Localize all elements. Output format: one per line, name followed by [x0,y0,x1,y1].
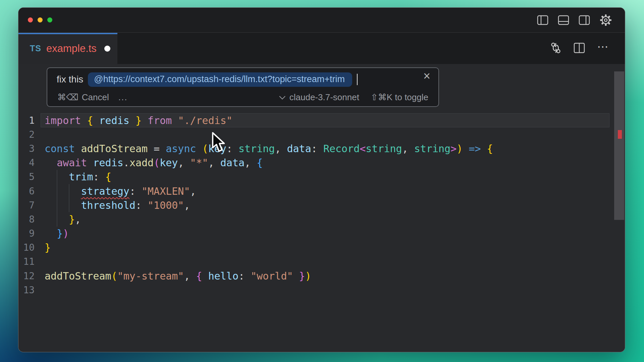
line-number: 4 [18,157,35,168]
code-line-text: }) [45,228,69,239]
chevron-down-icon [279,93,285,99]
code-line[interactable]: 7 threshold: "1000", [18,198,625,212]
code-line-text: const addToStream = async (key: string, … [45,143,493,155]
text-caret [357,74,358,85]
line-number: 7 [18,200,35,211]
toggle-right-sidebar-icon[interactable] [579,15,590,25]
traffic-lights [28,17,52,22]
unsaved-changes-dot-icon[interactable] [104,46,110,52]
code-line[interactable]: 4 await redis.xadd(key, "*", data, { [18,156,625,170]
inline-chat-input[interactable]: fix this @https://context7.com/upstash-r… [47,68,438,89]
prompt-text: fix this [57,74,83,85]
line-number: 12 [18,270,35,282]
code-line[interactable]: 11 [18,255,625,269]
titlebar [18,8,625,33]
toggle-left-sidebar-icon[interactable] [537,15,548,25]
toggle-bottom-panel-icon[interactable] [558,15,569,25]
line-number: 10 [18,242,35,253]
line-number: 9 [18,228,35,239]
code-line-text: await redis.xadd(key, "*", data, { [45,157,263,169]
code-line-text: }, [45,214,81,225]
code-line[interactable]: 13 [18,283,625,297]
minimize-window-button[interactable] [38,17,43,22]
cancel-button[interactable]: Cancel [82,92,109,103]
vertical-scrollbar[interactable] [614,71,624,220]
editor-window: TS example.ts ⋯ [18,7,625,352]
zoom-window-button[interactable] [47,17,52,22]
line-number: 11 [18,256,35,267]
model-name: claude-3.7-sonnet [289,92,359,103]
close-icon[interactable]: × [421,69,432,83]
split-editor-icon[interactable] [574,43,585,55]
code-line[interactable]: 2 [18,127,625,141]
tab-filename: example.ts [46,43,97,55]
code-rows: 1import { redis } from "./redis"23const … [18,113,625,297]
close-window-button[interactable] [28,17,33,22]
model-selector[interactable]: claude-3.7-sonnet [281,92,359,103]
code-line[interactable]: 1import { redis } from "./redis" [18,113,625,127]
active-tab-indicator [18,33,117,34]
toggle-hint: ⇧⌘K to toggle [371,92,428,103]
inline-chat-popup: fix this @https://context7.com/upstash-r… [47,67,439,107]
code-line[interactable]: 3const addToStream = async (key: string,… [18,141,625,156]
more-options-button[interactable]: ... [118,92,128,103]
line-number: 5 [18,171,35,182]
code-line[interactable]: 5 trim: { [18,170,625,184]
code-line-text: } [45,242,51,253]
code-line-text: addToStream("my-stream", { hello: "world… [45,270,311,282]
line-number: 1 [18,115,35,126]
line-number: 8 [18,214,35,225]
settings-gear-icon[interactable] [599,14,612,26]
editor-pane[interactable]: fix this @https://context7.com/upstash-r… [18,64,625,352]
tab-bar: TS example.ts ⋯ [18,33,625,64]
code-line[interactable]: 6 strategy: "MAXLEN", [18,184,625,198]
code-line[interactable]: 8 }, [18,212,625,226]
line-number: 3 [18,143,35,154]
line-number: 2 [18,129,35,140]
code-line[interactable]: 9 }) [18,227,625,241]
more-actions-icon[interactable]: ⋯ [597,43,609,54]
code-line[interactable]: 12addToStream("my-stream", { hello: "wor… [18,269,625,283]
error-squiggle-token: strategy [81,185,129,197]
line-number: 6 [18,186,35,197]
line-number: 13 [18,285,35,296]
cancel-shortcut: ⌘⌫ [57,92,78,103]
typescript-file-icon: TS [30,44,41,53]
context-link-chip[interactable]: @https://context7.com/upstash-redis/llm.… [88,72,352,87]
code-line-text: import { redis } from "./redis" [45,115,232,126]
tab-example-ts[interactable]: TS example.ts [18,33,117,64]
code-line-text: threshold: "1000", [45,199,190,211]
code-line[interactable]: 10} [18,241,625,255]
open-changes-icon[interactable] [550,42,561,55]
code-line-text: strategy: "MAXLEN", [45,185,196,197]
error-overview-marker [618,130,622,139]
code-line-text: trim: { [45,171,111,183]
